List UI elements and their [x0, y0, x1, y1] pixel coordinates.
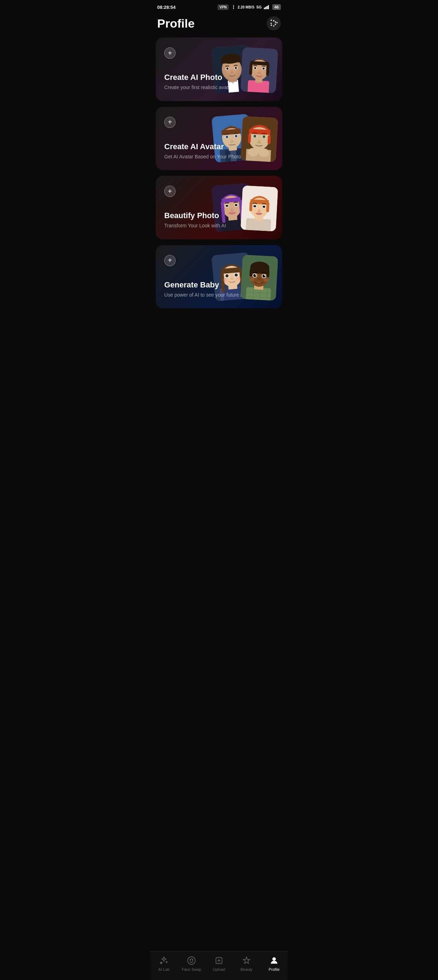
ai-lab-label: AI Lab: [158, 967, 170, 972]
add-button[interactable]: +: [164, 48, 176, 59]
svg-rect-70: [266, 202, 269, 212]
add-button[interactable]: +: [164, 255, 176, 266]
page-header: Profile: [150, 13, 288, 38]
svg-point-114: [190, 959, 191, 961]
nav-item-ai-lab[interactable]: AI Lab: [150, 956, 178, 972]
add-button[interactable]: +: [164, 186, 176, 197]
bottom-navigation: AI Lab Face Swap Upload: [150, 951, 288, 980]
baby-card-boy: [241, 255, 278, 301]
speed-display: 2.20 MB/S: [238, 5, 254, 9]
feature-cards: + Create AI Photo Create your first real…: [150, 38, 288, 308]
plus-icon: +: [168, 118, 172, 126]
svg-rect-2: [266, 6, 267, 9]
nav-item-face-swap[interactable]: Face Swap: [178, 956, 205, 972]
nav-item-profile[interactable]: Profile: [260, 956, 288, 972]
upload-icon: [214, 956, 224, 965]
face-swap-label: Face Swap: [182, 967, 201, 972]
time-display: 08:28:54: [157, 5, 176, 10]
avatar-card-2: [241, 116, 278, 162]
svg-point-119: [273, 958, 276, 961]
signal-icon: [264, 5, 270, 9]
add-button[interactable]: +: [164, 117, 176, 128]
status-icons: VPN 2.20 MB/S 5G 46: [217, 4, 281, 10]
create-ai-avatar-card[interactable]: + Create AI Avatar Get AI Avatar Based o…: [156, 107, 282, 170]
nav-item-beauty[interactable]: Beauty: [233, 956, 260, 972]
ai-lab-icon: [159, 956, 168, 965]
svg-rect-1: [265, 7, 266, 9]
svg-rect-103: [266, 270, 270, 277]
svg-point-113: [187, 957, 195, 964]
upload-label: Upload: [213, 967, 225, 972]
plus-icon: +: [168, 49, 172, 57]
beautify-photo-card[interactable]: + Beautify Photo Transform Your Look wit…: [156, 176, 282, 239]
bluetooth-icon: [231, 5, 236, 10]
svg-rect-46: [267, 135, 271, 144]
beauty-card-2: [241, 185, 278, 231]
nav-item-upload[interactable]: Upload: [205, 956, 233, 972]
battery-display: 46: [272, 4, 281, 10]
beauty-icon: [242, 956, 251, 965]
beauty-label: Beauty: [241, 967, 252, 972]
photo-card-woman: [241, 47, 278, 93]
vpn-badge: VPN: [217, 5, 229, 10]
gear-icon: [270, 19, 278, 27]
generate-baby-card[interactable]: + Generate Baby Use power of AI to see y…: [156, 245, 282, 309]
profile-icon: [270, 956, 279, 965]
svg-rect-3: [268, 5, 269, 9]
svg-rect-102: [249, 269, 252, 276]
svg-rect-0: [264, 8, 265, 10]
plus-icon: +: [168, 257, 172, 264]
svg-rect-69: [249, 202, 252, 212]
svg-point-115: [192, 959, 193, 961]
status-bar: 08:28:54 VPN 2.20 MB/S 5G 46: [150, 0, 288, 13]
svg-rect-45: [248, 134, 251, 143]
create-ai-photo-card[interactable]: + Create AI Photo Create your first real…: [156, 38, 282, 101]
face-swap-icon: [187, 956, 196, 965]
network-display: 5G: [256, 5, 262, 9]
page-title: Profile: [157, 17, 195, 30]
profile-label: Profile: [268, 967, 279, 972]
settings-button[interactable]: [267, 16, 281, 30]
plus-icon: +: [168, 188, 172, 195]
